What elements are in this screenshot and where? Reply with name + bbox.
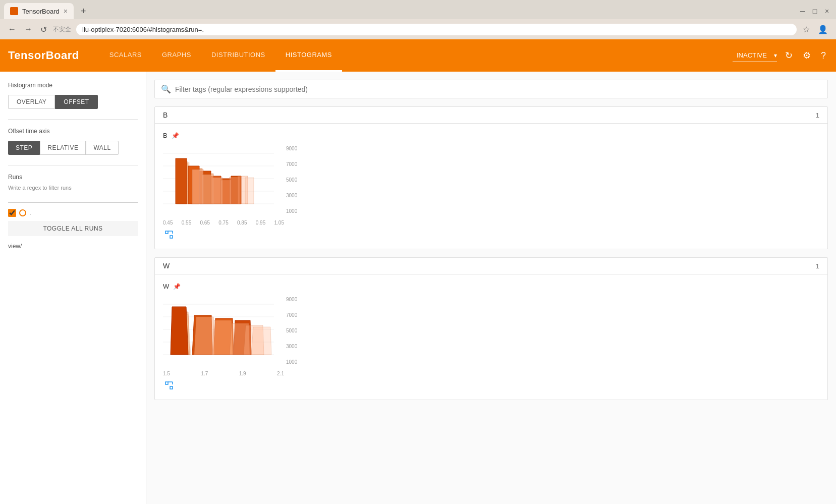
y-label-5000: 5000 (286, 177, 297, 183)
filter-bar: 🔍 (154, 80, 828, 98)
svg-rect-47 (170, 386, 173, 389)
filter-search-icon: 🔍 (161, 84, 171, 94)
run-checkbox-1[interactable] (8, 209, 16, 217)
section-header-W: W 1 (155, 258, 827, 274)
run-item-1: . (8, 209, 138, 217)
refresh-button[interactable]: ↺ (38, 23, 49, 36)
star-button[interactable]: ☆ (801, 23, 812, 36)
mode-overlay-button[interactable]: OVERLAY (8, 95, 55, 109)
svg-marker-37 (171, 307, 188, 355)
forward-button[interactable]: → (22, 23, 34, 36)
section-count-W: 1 (816, 262, 819, 270)
x-label-w-17: 1.7 (201, 371, 208, 376)
y-label-9000: 9000 (286, 146, 297, 151)
svg-rect-46 (165, 382, 168, 384)
app-logo: TensorBoard (8, 49, 79, 62)
x-axis-labels-W: 1.5 1.7 1.9 2.1 (163, 370, 284, 377)
back-button[interactable]: ← (6, 23, 18, 36)
svg-marker-41 (194, 317, 214, 355)
refresh-icon-button[interactable]: ↻ (783, 48, 795, 63)
offset-time-axis-label: Offset time axis (8, 128, 138, 135)
svg-marker-45 (251, 327, 271, 355)
card-title-B: B 📌 (163, 132, 819, 139)
expand-icon-w (165, 381, 173, 389)
histogram-card-B: B 📌 (155, 124, 827, 249)
browser-action-buttons: ☆ 👤 (801, 23, 830, 36)
mode-buttons: OVERLAY OFFSET (8, 95, 138, 109)
tab-close-button[interactable]: × (64, 7, 68, 15)
content-area: 🔍 B 1 B 📌 (146, 72, 836, 504)
app: TensorBoard SCALARS GRAPHS DISTRIBUTIONS… (0, 39, 836, 504)
run-name-1: . (29, 209, 31, 216)
expand-button-B[interactable] (163, 229, 175, 241)
y-label-w-3000: 3000 (286, 344, 297, 349)
runs-label: Runs (8, 174, 138, 181)
address-bar: ← → ↺ 不安全 ☆ 👤 (0, 19, 836, 39)
x-label-w-15: 1.5 (163, 371, 170, 376)
toolbar: TensorBoard SCALARS GRAPHS DISTRIBUTIONS… (0, 39, 836, 72)
main-layout: Histogram mode OVERLAY OFFSET Offset tim… (0, 72, 836, 504)
runs-filter-label: Write a regex to filter runs (8, 185, 138, 191)
x-axis-labels-B: 0.45 0.55 0.65 0.75 0.85 0.95 1.05 (163, 219, 284, 227)
divider-1 (8, 119, 138, 120)
nav-graphs[interactable]: GRAPHS (152, 39, 201, 72)
mode-offset-button[interactable]: OFFSET (55, 95, 97, 109)
axis-wall-button[interactable]: WALL (86, 141, 118, 155)
run-color-empty-dot (19, 209, 26, 216)
axis-buttons: STEP RELATIVE WALL (8, 141, 138, 155)
histogram-chart-B (163, 143, 284, 219)
browser-tab-tensorboard[interactable]: TensorBoard × (4, 3, 74, 19)
card-title-W: W 📌 (163, 283, 819, 290)
x-label-065: 0.65 (200, 220, 210, 226)
status-select[interactable]: INACTIVE (733, 49, 777, 62)
toggle-all-runs-button[interactable]: TOGGLE ALL RUNS (8, 221, 138, 236)
address-input[interactable] (76, 24, 797, 35)
svg-marker-18 (202, 175, 213, 204)
nav-scalars[interactable]: SCALARS (99, 39, 152, 72)
view-link[interactable]: view/ (8, 243, 22, 250)
chart-wrapper-B: 9000 7000 5000 3000 1000 (163, 143, 819, 219)
svg-rect-24 (165, 231, 168, 234)
svg-rect-25 (170, 236, 173, 238)
account-button[interactable]: 👤 (816, 23, 830, 36)
x-label-095: 0.95 (256, 220, 265, 226)
browser-chrome: TensorBoard × + ─ □ × ← → ↺ 不安全 ☆ 👤 (0, 0, 836, 39)
toolbar-right: INACTIVE ▾ ↻ ⚙ ? (733, 48, 828, 63)
status-selector-wrapper[interactable]: INACTIVE ▾ (733, 49, 777, 62)
main-nav: SCALARS GRAPHS DISTRIBUTIONS HISTOGRAMS (99, 39, 733, 72)
section-count-B: 1 (816, 111, 819, 119)
section-title-B: B (163, 111, 168, 119)
svg-marker-42 (212, 320, 233, 355)
new-tab-button[interactable]: + (78, 6, 89, 17)
svg-marker-23 (245, 178, 254, 204)
secure-icon: 不安全 (53, 25, 71, 34)
expand-icon (165, 231, 173, 239)
nav-distributions[interactable]: DISTRIBUTIONS (201, 39, 275, 72)
y-label-w-7000: 7000 (286, 312, 297, 318)
tab-bar: TensorBoard × + ─ □ × (0, 0, 836, 19)
runs-filter-input[interactable] (8, 193, 138, 203)
axis-relative-button[interactable]: RELATIVE (40, 141, 86, 155)
minimize-button[interactable]: ─ (798, 6, 808, 16)
svg-marker-17 (192, 170, 203, 204)
filter-tags-input[interactable] (175, 85, 821, 93)
nav-histograms[interactable]: HISTOGRAMS (275, 39, 342, 72)
close-button[interactable]: × (822, 6, 832, 16)
expand-button-W[interactable] (163, 379, 175, 391)
maximize-button[interactable]: □ (810, 6, 820, 16)
x-label-055: 0.55 (182, 220, 191, 226)
card-pin-W: 📌 (173, 283, 181, 290)
x-label-w-21: 2.1 (277, 371, 284, 376)
settings-icon-button[interactable]: ⚙ (801, 48, 813, 63)
axis-step-button[interactable]: STEP (8, 141, 40, 155)
y-axis-labels-B: 9000 7000 5000 3000 1000 (286, 143, 297, 214)
histogram-chart-W (163, 294, 284, 370)
x-label-085: 0.85 (237, 220, 247, 226)
chart-wrapper-W: 9000 7000 5000 3000 1000 (163, 294, 819, 370)
histogram-section-B: B 1 B 📌 (154, 106, 828, 249)
help-icon-button[interactable]: ? (819, 48, 828, 63)
x-label-w-19: 1.9 (239, 371, 246, 376)
histogram-section-W: W 1 W 📌 (154, 257, 828, 400)
y-label-w-5000: 5000 (286, 328, 297, 333)
card-pin-B: 📌 (172, 132, 179, 139)
